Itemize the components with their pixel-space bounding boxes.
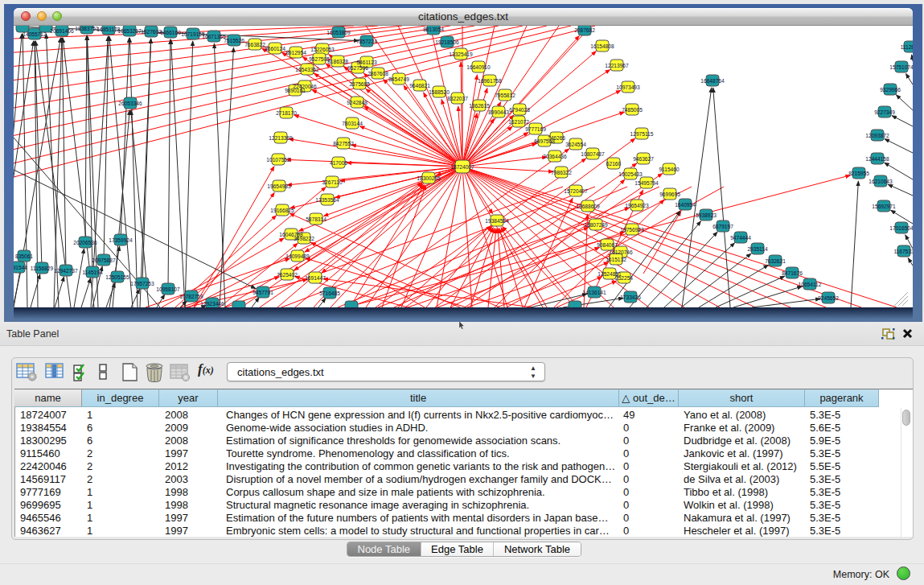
svg-text:16961758: 16961758 <box>478 78 502 84</box>
svg-text:9242848: 9242848 <box>347 100 368 105</box>
svg-text:15720407: 15720407 <box>564 188 588 194</box>
svg-text:9699695: 9699695 <box>659 192 680 197</box>
svg-text:10958107: 10958107 <box>156 286 180 292</box>
svg-text:1691447: 1691447 <box>305 275 326 281</box>
svg-text:16120746: 16120746 <box>609 249 633 255</box>
svg-text:8912954: 8912954 <box>285 50 306 56</box>
svg-text:1640954: 1640954 <box>675 202 696 208</box>
svg-text:20691406: 20691406 <box>50 28 74 34</box>
svg-text:1527602: 1527602 <box>141 29 162 35</box>
svg-text:9890161: 9890161 <box>285 88 306 93</box>
svg-text:12213967: 12213967 <box>605 63 629 68</box>
svg-text:391544: 391544 <box>14 265 27 270</box>
svg-text:15751074: 15751074 <box>889 64 913 70</box>
svg-text:19166825: 19166825 <box>270 208 294 213</box>
svg-text:8471676: 8471676 <box>782 270 803 276</box>
svg-text:1145194: 1145194 <box>82 270 103 275</box>
svg-text:12975115: 12975115 <box>630 131 654 137</box>
svg-text:7986322: 7986322 <box>551 170 572 175</box>
svg-text:9527506: 9527506 <box>347 65 368 71</box>
svg-text:2718170: 2718170 <box>276 110 297 116</box>
svg-text:19756923: 19756923 <box>620 227 644 233</box>
svg-text:8215955: 8215955 <box>848 171 869 176</box>
svg-text:18300295: 18300295 <box>417 175 441 181</box>
svg-text:19654983: 19654983 <box>267 183 291 189</box>
svg-text:16210643: 16210643 <box>869 179 893 184</box>
svg-text:12923446: 12923446 <box>200 301 224 307</box>
svg-text:10107552: 10107552 <box>266 157 290 163</box>
svg-text:3624554: 3624554 <box>565 142 586 147</box>
svg-text:14055712: 14055712 <box>23 31 47 37</box>
svg-text:14136141: 14136141 <box>582 290 606 295</box>
svg-text:417006: 417006 <box>330 160 347 166</box>
svg-text:16640910: 16640910 <box>466 64 491 70</box>
svg-text:9329966: 9329966 <box>880 87 901 93</box>
svg-text:20206536: 20206536 <box>73 240 97 245</box>
svg-text:8427552: 8427552 <box>333 141 354 146</box>
svg-text:9777169: 9777169 <box>525 126 546 132</box>
svg-text:14099489: 14099489 <box>285 253 310 259</box>
svg-text:17957253: 17957253 <box>130 281 154 286</box>
svg-text:12093872: 12093872 <box>865 133 889 138</box>
svg-text:5938923: 5938923 <box>696 212 717 218</box>
svg-text:3267110: 3267110 <box>322 179 343 185</box>
svg-text:6794028: 6794028 <box>509 107 530 113</box>
svg-text:2935114: 2935114 <box>747 246 768 252</box>
svg-text:252254: 252254 <box>615 275 633 281</box>
svg-text:16671355: 16671355 <box>202 34 226 39</box>
svg-text:7955812: 7955812 <box>495 93 515 98</box>
svg-text:11156829: 11156829 <box>31 266 54 271</box>
svg-text:7663822: 7663822 <box>244 42 265 47</box>
svg-text:62160: 62160 <box>606 161 622 167</box>
svg-text:12505155: 12505155 <box>105 274 129 280</box>
svg-text:8454749: 8454749 <box>388 76 409 82</box>
svg-text:1167533: 1167533 <box>893 249 913 254</box>
svg-text:1733426: 1733426 <box>620 295 641 300</box>
svg-text:9115460: 9115460 <box>659 167 680 172</box>
svg-text:5461123: 5461123 <box>356 60 377 65</box>
svg-text:835061: 835061 <box>15 253 33 259</box>
svg-text:20364436: 20364436 <box>543 154 567 159</box>
svg-text:5878314: 5878314 <box>306 216 326 222</box>
svg-text:18724007: 18724007 <box>450 164 474 170</box>
svg-text:9084067: 9084067 <box>597 242 618 248</box>
svg-text:15692971: 15692971 <box>872 204 896 209</box>
svg-text:16648764: 16648764 <box>700 78 725 84</box>
svg-text:20975887: 20975887 <box>92 257 116 263</box>
svg-text:10654112: 10654112 <box>799 282 822 287</box>
svg-text:9245652: 9245652 <box>818 295 839 301</box>
svg-text:7803144: 7803144 <box>342 121 363 126</box>
svg-text:13353564: 13353564 <box>315 197 339 203</box>
svg-text:6466160: 6466160 <box>160 30 181 35</box>
svg-text:8660124: 8660124 <box>265 46 285 51</box>
svg-text:26053346: 26053346 <box>118 101 142 106</box>
svg-text:16782759: 16782759 <box>179 294 203 299</box>
svg-text:8322037: 8322037 <box>447 96 468 101</box>
svg-text:7515526: 7515526 <box>224 38 244 43</box>
svg-text:7625402: 7625402 <box>277 272 298 278</box>
svg-text:5716485: 5716485 <box>319 290 340 296</box>
svg-text:15226053: 15226053 <box>310 47 335 52</box>
svg-text:12444158: 12444158 <box>865 156 889 162</box>
svg-text:10688609: 10688609 <box>576 204 600 209</box>
svg-text:9227349: 9227349 <box>874 109 895 115</box>
svg-text:2087682: 2087682 <box>574 27 595 33</box>
svg-text:1588520: 1588520 <box>429 89 450 95</box>
svg-text:6879197: 6879197 <box>713 224 733 229</box>
svg-text:16053809: 16053809 <box>326 30 351 35</box>
svg-text:9457791: 9457791 <box>253 290 273 295</box>
svg-text:17016504: 17016504 <box>889 225 913 231</box>
svg-text:10973493: 10973493 <box>616 84 640 90</box>
svg-text:3375685: 3375685 <box>349 81 370 87</box>
svg-text:19384554: 19384554 <box>485 218 509 224</box>
svg-text:1362615: 1362615 <box>469 103 490 109</box>
svg-text:9474444: 9474444 <box>730 235 751 241</box>
svg-text:7632621: 7632621 <box>765 258 786 264</box>
svg-text:8990443: 8990443 <box>488 109 509 115</box>
svg-text:10653267: 10653267 <box>117 28 142 34</box>
svg-text:18807249: 18807249 <box>584 222 608 228</box>
svg-text:10025433: 10025433 <box>618 171 643 177</box>
svg-text:1615132: 1615132 <box>606 257 626 262</box>
svg-text:1621072: 1621072 <box>508 119 529 125</box>
svg-text:3498222: 3498222 <box>294 236 314 241</box>
